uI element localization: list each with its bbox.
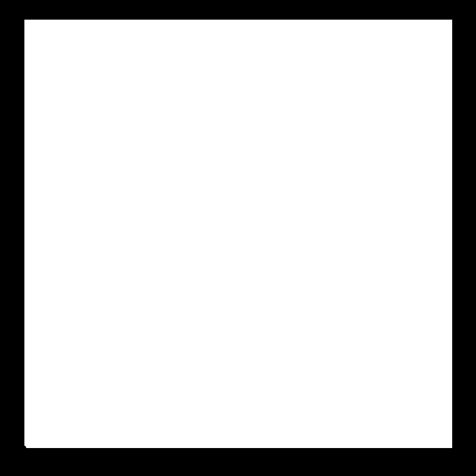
- heatmap-canvas: [24, 20, 452, 448]
- heatmap-plot-area: [24, 20, 452, 448]
- crosshair-horizontal: [24, 448, 452, 449]
- chart-frame: [0, 0, 476, 476]
